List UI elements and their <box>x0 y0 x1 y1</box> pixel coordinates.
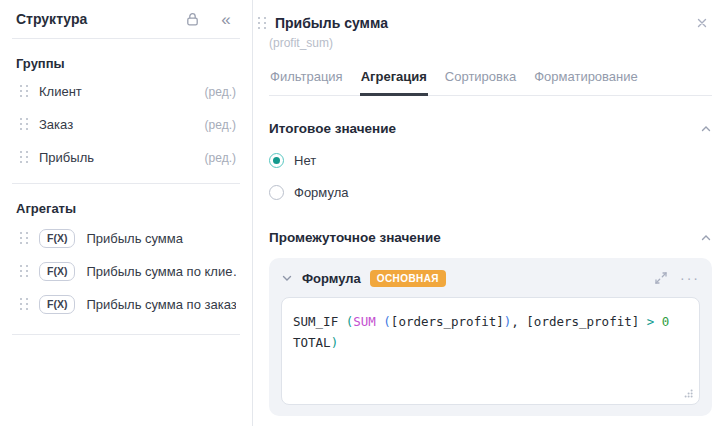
tab-filtering[interactable]: Фильтрация <box>269 69 344 95</box>
formula-line-2: TOTAL) <box>293 332 688 353</box>
divider <box>12 334 240 335</box>
aggregate-item-profit-sum-by-order[interactable]: F(X) Прибыль сумма по заказу <box>16 288 236 321</box>
tab-bar: Фильтрация Агрегация Сортировка Форматир… <box>269 69 712 96</box>
resize-grip-icon[interactable] <box>682 387 694 399</box>
structure-sidebar: Структура « Группы Клиент (ред.) Заказ (… <box>0 0 253 426</box>
fx-badge: F(X) <box>39 295 75 314</box>
total-value-heading: Итоговое значение <box>269 121 700 136</box>
drag-handle-icon[interactable] <box>20 85 28 98</box>
panel-title: Прибыль сумма <box>275 15 683 31</box>
divider <box>12 183 240 184</box>
tab-formatting[interactable]: Форматирование <box>533 69 639 95</box>
fx-badge: F(X) <box>39 229 75 248</box>
primary-badge: ОСНОВНАЯ <box>370 270 446 287</box>
formula-card-title: Формула <box>302 271 361 286</box>
expand-icon[interactable] <box>651 268 671 288</box>
close-icon[interactable] <box>692 13 712 33</box>
edit-link[interactable]: (ред.) <box>205 151 236 165</box>
group-item-profit[interactable]: Прибыль (ред.) <box>16 141 236 174</box>
formula-editor[interactable]: SUM_IF (SUM ([orders_profit]), [orders_p… <box>281 297 700 405</box>
chevron-down-icon[interactable] <box>281 272 293 284</box>
group-item-client[interactable]: Клиент (ред.) <box>16 75 236 108</box>
sidebar-title: Структура <box>16 11 168 27</box>
radio-none[interactable]: Нет <box>269 153 712 168</box>
drag-handle-icon[interactable] <box>20 151 28 164</box>
group-item-order[interactable]: Заказ (ред.) <box>16 108 236 141</box>
radio-selected-icon[interactable] <box>269 153 284 168</box>
divider <box>12 38 240 39</box>
aggregate-item-profit-sum-by-client[interactable]: F(X) Прибыль сумма по клие… <box>16 255 236 288</box>
drag-handle-icon[interactable] <box>20 265 28 278</box>
intermediate-value-heading: Промежуточное значение <box>269 230 700 245</box>
drag-handle-icon[interactable] <box>20 232 28 245</box>
tab-sorting[interactable]: Сортировка <box>444 69 517 95</box>
formula-card: Формула ОСНОВНАЯ ··· SUM_IF (SUM ([order… <box>269 258 712 416</box>
radio-unselected-icon[interactable] <box>269 185 284 200</box>
fx-badge: F(X) <box>39 262 75 281</box>
collapse-sidebar-icon[interactable]: « <box>216 9 236 29</box>
drag-handle-icon[interactable] <box>20 118 28 131</box>
field-id: (profit_sum) <box>269 36 712 50</box>
field-settings-panel: Прибыль сумма (profit_sum) Фильтрация Аг… <box>253 0 728 426</box>
chevron-up-icon[interactable] <box>700 123 712 135</box>
radio-formula[interactable]: Формула <box>269 185 712 200</box>
aggregates-heading: Агрегаты <box>16 201 236 216</box>
chevron-up-icon[interactable] <box>700 232 712 244</box>
drag-handle-icon[interactable] <box>20 298 28 311</box>
panel-drag-handle-icon[interactable] <box>258 17 266 30</box>
groups-heading: Группы <box>16 56 236 71</box>
aggregate-item-profit-sum[interactable]: F(X) Прибыль сумма <box>16 222 236 255</box>
tab-aggregation[interactable]: Агрегация <box>360 69 428 95</box>
formula-line-1: SUM_IF (SUM ([orders_profit]), [orders_p… <box>293 311 688 332</box>
more-menu-icon[interactable]: ··· <box>680 271 700 285</box>
edit-link[interactable]: (ред.) <box>205 85 236 99</box>
lock-icon[interactable] <box>182 9 202 29</box>
edit-link[interactable]: (ред.) <box>205 118 236 132</box>
